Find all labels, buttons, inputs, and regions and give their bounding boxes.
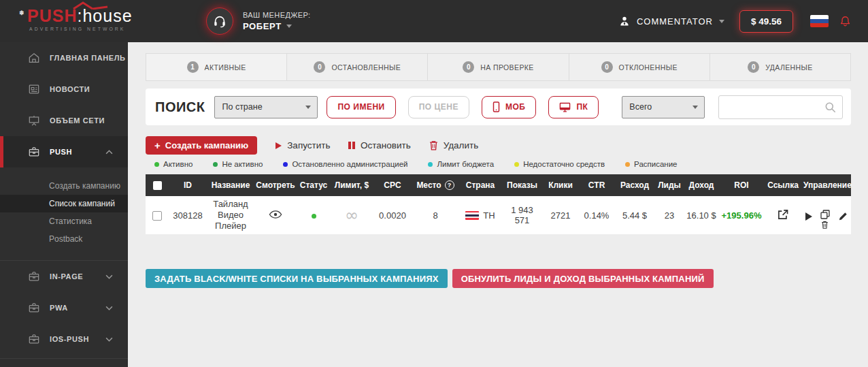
campaigns-table: ID Название Смотреть Статус Лимит, $ CPC… [146, 174, 851, 234]
sidebar-item-ios-push[interactable]: IOS-PUSH [0, 323, 128, 355]
col-link: Ссылка [764, 174, 802, 196]
trash-icon [429, 140, 438, 150]
home-icon [27, 51, 41, 65]
total-select[interactable]: Всего [622, 96, 705, 118]
cell-income: 16.10 $ [684, 196, 719, 234]
sidebar-item-dashboard[interactable]: ГЛАВНАЯ ПАНЕЛЬ [0, 42, 128, 74]
play-icon [276, 142, 282, 149]
reset-leads-button[interactable]: ОБНУЛИТЬ ЛИДЫ И ДОХОД ВЫБРАННЫХ КАМПАНИЙ [452, 269, 714, 288]
topbar: ❄ PUSH:house ADVERTISING NETWORK ВАШ МЕН… [0, 0, 868, 42]
legend-dot [154, 162, 159, 167]
chevron-down-icon [692, 106, 698, 109]
delete-button[interactable]: Удалить [429, 140, 479, 150]
headset-icon [212, 14, 227, 29]
tab-in-review[interactable]: 0 НА ПРОВЕРКЕ [428, 53, 569, 81]
submenu-create-campaign[interactable]: Создать кампанию [0, 177, 128, 195]
row-checkbox[interactable] [152, 211, 162, 221]
chevron-down-icon [105, 337, 113, 342]
logo-tagline: ADVERTISING NETWORK [27, 27, 133, 31]
col-spend: Расход [614, 174, 655, 196]
pause-icon [348, 142, 355, 149]
col-income: Доход [684, 174, 719, 196]
mobile-filter-button[interactable]: МОБ [482, 96, 536, 118]
news-icon [27, 82, 41, 96]
eye-icon[interactable] [269, 210, 282, 219]
legend-budget-limit: Лимит бюджета [428, 160, 494, 168]
balance-button[interactable]: $ 49.56 [739, 10, 793, 33]
briefcase-icon [27, 145, 41, 159]
cell-name: Тайланд Видео Плейер [207, 196, 254, 234]
briefcase-icon [27, 301, 41, 315]
blackwhite-lists-button[interactable]: ЗАДАТЬ BLACK/WHITE СПИСКИ НА ВЫБРАННЫХ К… [146, 269, 448, 288]
legend-dot [283, 162, 288, 167]
external-link-icon[interactable] [777, 208, 789, 221]
col-status: Статус [297, 174, 331, 196]
cell-impressions: 1 943 571 [502, 196, 542, 234]
search-panel: ПОИСК По стране ПО ИМЕНИ ПО ЦЕНЕ МОБ ПК … [146, 89, 851, 125]
start-button[interactable]: Запустить [276, 140, 330, 150]
thailand-flag-icon [465, 211, 479, 220]
select-all-checkbox[interactable] [153, 181, 162, 190]
manager-name-dropdown[interactable]: РОБЕРТ [243, 21, 311, 31]
tab-deleted[interactable]: 0 УДАЛЕННЫЕ [710, 53, 851, 81]
board-icon [27, 114, 41, 127]
col-ctr: CTR [579, 174, 614, 196]
play-icon[interactable] [805, 212, 812, 221]
submenu-campaign-list[interactable]: Список кампаний [0, 195, 128, 212]
trash-icon[interactable] [821, 221, 829, 229]
user-icon [618, 15, 631, 27]
search-icon [824, 101, 837, 114]
col-name: Название [207, 174, 254, 196]
chevron-up-icon [105, 150, 113, 155]
chevron-down-icon [105, 306, 113, 310]
sidebar-item-pwa[interactable]: PWA [0, 292, 128, 323]
desktop-filter-button[interactable]: ПК [548, 96, 599, 118]
search-by-price-button[interactable]: ПО ЦЕНЕ [408, 96, 469, 118]
col-roi: ROI [719, 174, 764, 196]
support-button[interactable] [206, 7, 233, 35]
status-legend: Активно Не активно Остановленно админист… [146, 160, 851, 168]
country-select[interactable]: По стране [214, 96, 318, 118]
stop-button[interactable]: Остановить [348, 140, 410, 150]
cell-spend: 5.44 $ [614, 196, 655, 234]
logo-text-push: PUSH [27, 6, 77, 25]
legend-dot [428, 162, 433, 167]
sidebar-item-news[interactable]: НОВОСТИ [0, 74, 128, 105]
briefcase-icon [27, 332, 41, 346]
user-menu[interactable]: COMMENTATOR [618, 15, 724, 27]
legend-inactive: Не активно [213, 160, 263, 168]
cell-status [297, 196, 331, 234]
cell-view [254, 196, 297, 234]
legend-dot [625, 162, 630, 167]
col-country: Страна [458, 174, 502, 196]
submenu-postback[interactable]: Postback [0, 230, 128, 248]
tab-stopped[interactable]: 0 ОСТАНОВЛЕННЫЕ [287, 53, 428, 81]
tab-rejected[interactable]: 0 ОТКЛОНЕННЫЕ [569, 53, 710, 81]
notifications-bell-icon[interactable] [839, 14, 852, 29]
language-flag-ru[interactable] [810, 15, 829, 27]
campaign-actions: + Создать кампанию Запустить Остановить … [146, 136, 851, 155]
sidebar: ГЛАВНАЯ ПАНЕЛЬ НОВОСТИ ОБЪЕМ СЕТИ PUSH С… [0, 42, 128, 367]
search-by-name-button[interactable]: ПО ИМЕНИ [327, 96, 395, 118]
col-clicks: Клики [542, 174, 579, 196]
submenu-statistics[interactable]: Статистика [0, 212, 128, 230]
col-limit: Лимит, $ [331, 174, 373, 196]
legend-stopped-by-admin: Остановленно администрацией [283, 160, 407, 168]
sidebar-item-push[interactable]: PUSH [0, 136, 128, 167]
bulk-actions: ЗАДАТЬ BLACK/WHITE СПИСКИ НА ВЫБРАННЫХ К… [146, 269, 851, 288]
tab-active[interactable]: 1 АКТИВНЫЕ [146, 53, 287, 81]
push-submenu: Создать кампанию Список кампаний Статист… [0, 167, 128, 260]
main-content: 1 АКТИВНЫЕ 0 ОСТАНОВЛЕННЫЕ 0 НА ПРОВЕРКЕ… [128, 42, 868, 367]
mobile-icon [493, 101, 500, 112]
help-icon[interactable]: ? [445, 180, 454, 190]
sidebar-item-inpage[interactable]: IN-PAGE [0, 261, 128, 292]
cell-ctr: 0.14% [579, 196, 614, 234]
create-campaign-button[interactable]: + Создать кампанию [146, 136, 257, 155]
chevron-down-icon [719, 20, 724, 23]
sidebar-item-network-volume[interactable]: ОБЪЕМ СЕТИ [0, 105, 128, 136]
cell-cpc: 0.0020 [373, 196, 412, 234]
cell-clicks: 2721 [542, 196, 579, 234]
copy-icon[interactable] [820, 209, 831, 220]
edit-pencil-icon[interactable] [838, 211, 848, 221]
logo[interactable]: ❄ PUSH:house ADVERTISING NETWORK [27, 6, 133, 31]
